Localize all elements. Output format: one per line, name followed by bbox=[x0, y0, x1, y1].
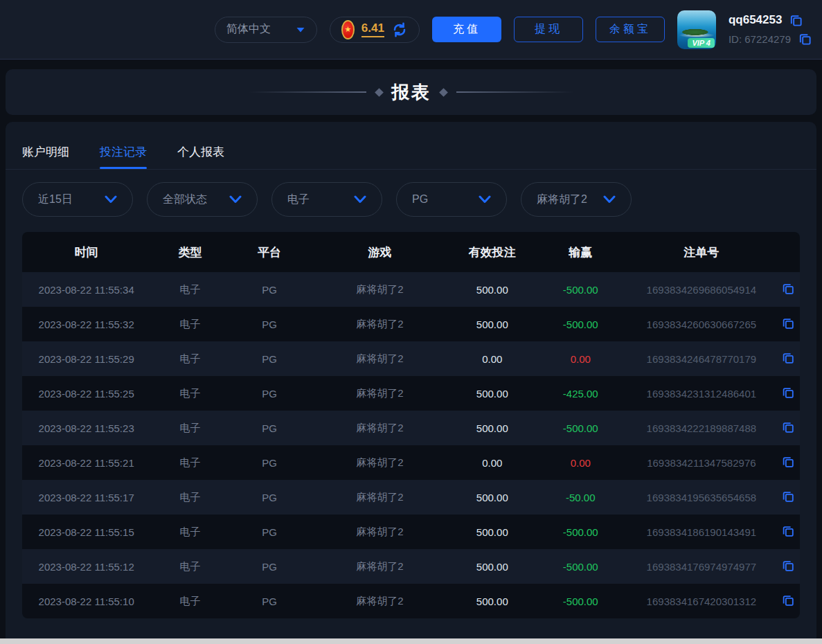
cell-bet-number: 1693834211347582976 bbox=[627, 445, 776, 480]
cell-copy bbox=[776, 480, 800, 515]
copy-bet-number-icon[interactable] bbox=[781, 524, 795, 538]
exchange-rate-value[interactable]: 6.41 bbox=[361, 21, 384, 37]
col-header-platform: 平台 bbox=[230, 232, 310, 272]
cell-time: 2023-08-22 11:55:21 bbox=[22, 445, 150, 480]
cell-win-loss: -500.00 bbox=[534, 549, 627, 584]
filter-status[interactable]: 全部状态 bbox=[147, 182, 258, 217]
horizontal-scrollbar[interactable] bbox=[0, 638, 822, 644]
cell-time: 2023-08-22 11:55:23 bbox=[22, 411, 150, 445]
copy-bet-number-icon[interactable] bbox=[781, 316, 795, 330]
cell-win-loss: -425.00 bbox=[534, 376, 627, 411]
tab-account-details[interactable]: 账户明细 bbox=[22, 144, 69, 169]
recharge-button[interactable]: 充值 bbox=[432, 17, 501, 42]
language-label: 简体中文 bbox=[226, 22, 271, 37]
cell-win-loss: -500.00 bbox=[534, 515, 627, 549]
cell-game: 麻将胡了2 bbox=[309, 376, 450, 411]
cell-game: 麻将胡了2 bbox=[309, 549, 450, 584]
cell-time: 2023-08-22 11:55:15 bbox=[22, 515, 150, 549]
cell-platform: PG bbox=[230, 584, 310, 618]
copy-bet-number-icon[interactable] bbox=[781, 386, 795, 400]
cell-valid-bet: 500.00 bbox=[451, 515, 534, 549]
cell-game: 麻将胡了2 bbox=[309, 515, 450, 549]
cell-type: 电子 bbox=[150, 584, 230, 618]
table-row: 2023-08-22 11:55:21 电子 PG 麻将胡了2 0.00 0.0… bbox=[22, 445, 800, 480]
tab-bet-records[interactable]: 投注记录 bbox=[100, 144, 147, 169]
title-decor-line-left bbox=[249, 91, 366, 93]
title-decor-diamond-right bbox=[439, 88, 448, 97]
cell-valid-bet: 500.00 bbox=[451, 584, 534, 618]
filters-row: 近15日 全部状态 电子 PG 麻将胡了2 bbox=[6, 170, 816, 217]
cell-time: 2023-08-22 11:55:32 bbox=[22, 307, 150, 341]
cell-platform: PG bbox=[230, 376, 310, 411]
cell-bet-number: 1693834260630667265 bbox=[627, 307, 776, 341]
refresh-icon[interactable] bbox=[391, 21, 408, 38]
withdraw-button[interactable]: 提现 bbox=[514, 17, 583, 42]
filter-category[interactable]: 电子 bbox=[271, 182, 382, 217]
table-row: 2023-08-22 11:55:12 电子 PG 麻将胡了2 500.00 -… bbox=[22, 549, 800, 584]
user-id: ID: 67224279 bbox=[729, 33, 791, 45]
col-header-copy bbox=[776, 232, 800, 272]
copy-bet-number-icon[interactable] bbox=[781, 351, 795, 365]
yuebao-button[interactable]: 余额宝 bbox=[596, 17, 665, 42]
filter-game[interactable]: 麻将胡了2 bbox=[521, 182, 632, 217]
col-header-valid-bet: 有效投注 bbox=[451, 232, 534, 272]
report-tabs: 账户明细 投注记录 个人报表 bbox=[6, 122, 816, 170]
col-header-game: 游戏 bbox=[309, 232, 450, 272]
copy-bet-number-icon[interactable] bbox=[781, 593, 795, 607]
cell-platform: PG bbox=[230, 445, 310, 480]
cell-win-loss: -500.00 bbox=[534, 272, 627, 307]
bet-table-body: 2023-08-22 11:55:34 电子 PG 麻将胡了2 500.00 -… bbox=[22, 272, 800, 618]
cell-valid-bet: 500.00 bbox=[451, 307, 534, 341]
cell-valid-bet: 500.00 bbox=[451, 272, 534, 307]
avatar[interactable]: VIP 4 bbox=[677, 10, 716, 49]
cell-game: 麻将胡了2 bbox=[309, 272, 450, 307]
chevron-down-icon bbox=[229, 195, 242, 204]
table-row: 2023-08-22 11:55:29 电子 PG 麻将胡了2 0.00 0.0… bbox=[22, 341, 800, 376]
cell-type: 电子 bbox=[150, 515, 230, 549]
exchange-rate-widget: ★ 6.41 bbox=[330, 17, 420, 43]
cell-game: 麻将胡了2 bbox=[309, 445, 450, 480]
cell-copy bbox=[776, 584, 800, 618]
table-row: 2023-08-22 11:55:25 电子 PG 麻将胡了2 500.00 -… bbox=[22, 376, 800, 411]
cell-bet-number: 1693834176974974977 bbox=[627, 549, 776, 584]
col-header-win-loss: 输赢 bbox=[534, 232, 627, 272]
copy-bet-number-icon[interactable] bbox=[781, 420, 795, 434]
copy-bet-number-icon[interactable] bbox=[781, 559, 795, 573]
cell-copy bbox=[776, 515, 800, 549]
cell-bet-number: 1693834195635654658 bbox=[627, 480, 776, 515]
col-header-bet-number: 注单号 bbox=[627, 232, 776, 272]
cell-game: 麻将胡了2 bbox=[309, 411, 450, 445]
cell-copy bbox=[776, 272, 800, 307]
chevron-down-icon bbox=[603, 195, 616, 204]
table-row: 2023-08-22 11:55:34 电子 PG 麻将胡了2 500.00 -… bbox=[22, 272, 800, 307]
cell-platform: PG bbox=[230, 549, 310, 584]
table-row: 2023-08-22 11:55:32 电子 PG 麻将胡了2 500.00 -… bbox=[22, 307, 800, 341]
filter-platform[interactable]: PG bbox=[396, 182, 507, 217]
cell-win-loss: -500.00 bbox=[534, 411, 627, 445]
filter-date-range[interactable]: 近15日 bbox=[22, 182, 133, 217]
filter-date-range-value: 近15日 bbox=[38, 193, 73, 207]
cell-type: 电子 bbox=[150, 307, 230, 341]
col-header-time: 时间 bbox=[22, 232, 150, 272]
cell-time: 2023-08-22 11:55:10 bbox=[22, 584, 150, 618]
bet-records-table: 时间 类型 平台 游戏 有效投注 输赢 注单号 2023-08-22 11:55… bbox=[22, 232, 800, 618]
cell-bet-number: 1693834167420301312 bbox=[627, 584, 776, 618]
copy-username-icon[interactable] bbox=[789, 13, 803, 28]
cell-copy bbox=[776, 376, 800, 411]
copy-bet-number-icon[interactable] bbox=[781, 490, 795, 503]
tab-personal-report[interactable]: 个人报表 bbox=[177, 144, 224, 169]
cell-platform: PG bbox=[230, 307, 310, 341]
chevron-down-icon bbox=[354, 195, 366, 204]
copy-bet-number-icon[interactable] bbox=[781, 282, 795, 296]
cell-copy bbox=[776, 445, 800, 480]
cell-game: 麻将胡了2 bbox=[309, 480, 450, 515]
cell-win-loss: -50.00 bbox=[534, 480, 627, 515]
cell-platform: PG bbox=[230, 480, 310, 515]
copy-user-id-icon[interactable] bbox=[798, 32, 812, 46]
cell-bet-number: 1693834231312486401 bbox=[627, 376, 776, 411]
language-selector[interactable]: 简体中文 bbox=[215, 17, 317, 43]
table-row: 2023-08-22 11:55:15 电子 PG 麻将胡了2 500.00 -… bbox=[22, 515, 800, 549]
cell-game: 麻将胡了2 bbox=[309, 341, 450, 376]
filter-game-value: 麻将胡了2 bbox=[537, 193, 587, 207]
copy-bet-number-icon[interactable] bbox=[781, 455, 795, 469]
